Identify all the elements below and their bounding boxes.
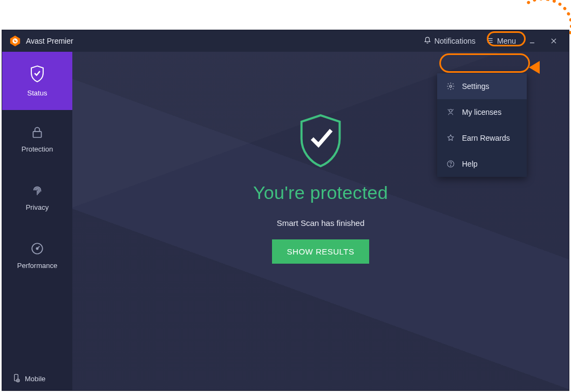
sidebar-item-label: Performance xyxy=(17,262,57,270)
menu-item-label: My licenses xyxy=(462,108,501,116)
menu-item-label: Help xyxy=(462,160,478,168)
titlebar: Avast Premier Notifications Menu xyxy=(2,30,569,52)
menu-item-label: Earn Rewards xyxy=(462,134,510,142)
lock-icon xyxy=(30,125,44,141)
menu-button[interactable]: Menu xyxy=(481,35,521,48)
star-icon xyxy=(446,133,456,143)
status-subline: Smart Scan has finished xyxy=(277,218,365,228)
gauge-icon xyxy=(30,242,44,257)
mobile-icon xyxy=(12,374,21,384)
shield-check-icon xyxy=(29,65,45,85)
menu-dropdown: Settings My licenses Earn Rewards xyxy=(437,73,527,177)
menu-label: Menu xyxy=(497,37,516,45)
menu-item-rewards[interactable]: Earn Rewards xyxy=(437,125,527,151)
sidebar: Status Protection Privacy xyxy=(2,52,72,390)
sidebar-item-protection[interactable]: Protection xyxy=(2,110,72,168)
app-title: Avast Premier xyxy=(26,37,73,45)
svg-point-13 xyxy=(450,85,452,87)
close-button[interactable] xyxy=(543,30,565,52)
menu-item-help[interactable]: Help xyxy=(437,151,527,177)
status-headline: You're protected xyxy=(253,182,388,203)
minimize-button[interactable] xyxy=(521,30,543,52)
sidebar-item-mobile[interactable]: Mobile xyxy=(2,367,72,390)
sidebar-item-label: Mobile xyxy=(25,375,45,383)
svg-point-10 xyxy=(36,247,38,249)
sidebar-item-label: Status xyxy=(28,89,47,97)
menu-item-licenses[interactable]: My licenses xyxy=(437,99,527,125)
sidebar-item-label: Protection xyxy=(22,145,53,153)
svg-point-16 xyxy=(450,166,451,166)
gear-icon xyxy=(446,81,456,91)
notifications-button[interactable]: Notifications xyxy=(418,35,481,48)
notifications-label: Notifications xyxy=(434,37,475,45)
menu-item-label: Settings xyxy=(462,82,490,91)
shield-large-icon xyxy=(295,111,346,173)
app-body: Status Protection Privacy xyxy=(2,52,569,390)
bell-icon xyxy=(424,37,431,46)
fingerprint-icon xyxy=(30,183,44,199)
hamburger-icon xyxy=(486,37,494,46)
sidebar-item-status[interactable]: Status xyxy=(2,52,72,110)
show-results-button[interactable]: SHOW RESULTS xyxy=(272,239,370,264)
app-window: Avast Premier Notifications Menu xyxy=(2,30,569,390)
licenses-icon xyxy=(446,107,456,117)
sidebar-item-label: Privacy xyxy=(26,203,49,211)
svg-point-14 xyxy=(449,109,452,112)
avast-logo-icon xyxy=(9,35,22,47)
svg-rect-8 xyxy=(33,132,41,137)
help-icon xyxy=(446,159,456,169)
menu-item-settings[interactable]: Settings xyxy=(437,73,527,99)
sidebar-item-privacy[interactable]: Privacy xyxy=(2,168,72,226)
sidebar-item-performance[interactable]: Performance xyxy=(2,226,72,285)
